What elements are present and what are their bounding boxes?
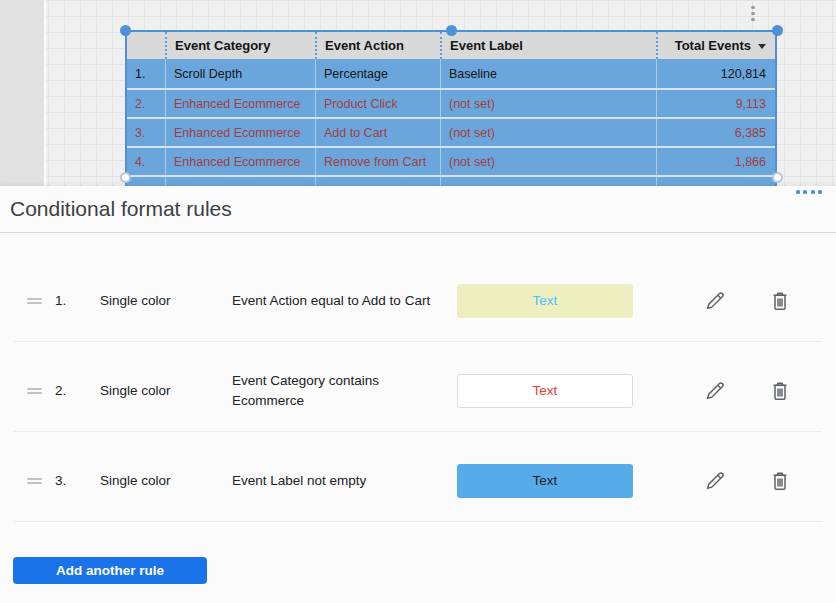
cell-event-label: (not set) <box>440 148 656 175</box>
cell-total-events: 120,814 <box>656 59 775 88</box>
pencil-icon <box>703 469 727 493</box>
swatch-label: Text <box>533 293 558 308</box>
canvas-left-margin <box>0 0 46 186</box>
row-number: 4. <box>127 148 165 175</box>
chart-menu-icon[interactable] <box>749 3 757 24</box>
cell-total-events: 1,866 <box>656 148 775 175</box>
cell-event-category: Enhanced Ecommerce <box>165 90 315 117</box>
table-header-row: Event Category Event Action Event Label … <box>127 32 775 59</box>
table-row: 4. Enhanced Ecommerce Remove from Cart (… <box>127 146 775 175</box>
drag-handle-icon[interactable] <box>27 296 43 306</box>
rule-format-swatch: Text <box>457 374 633 408</box>
cell-event-label: (not set) <box>440 119 656 146</box>
header-event-label[interactable]: Event Label <box>440 32 656 59</box>
sort-desc-icon <box>758 44 766 49</box>
rule-condition: Event Category contains Ecommerce <box>232 371 457 410</box>
rule-type: Single color <box>100 383 212 398</box>
cell-event-label: Baseline <box>440 59 656 88</box>
cell-event-category: Scroll Depth <box>165 59 315 88</box>
selection-handle-top-left[interactable] <box>120 25 131 36</box>
header-total-events-label: Total Events <box>675 38 751 53</box>
delete-rule-button[interactable] <box>768 379 792 403</box>
panel-title: Conditional format rules <box>0 186 836 233</box>
rule-type: Single color <box>100 293 212 308</box>
panel-drag-handle-icon[interactable] <box>796 190 823 194</box>
add-rule-button[interactable]: Add another rule <box>13 557 207 584</box>
cell-event-label: (not set) <box>440 90 656 117</box>
row-number: 3. <box>127 119 165 146</box>
cell-event-action: Remove from Cart <box>315 148 440 175</box>
pencil-icon <box>703 379 727 403</box>
trash-icon <box>768 469 792 493</box>
cell-event-action: Add to Cart <box>315 119 440 146</box>
row-number: 2. <box>127 90 165 117</box>
selection-handle-top-right[interactable] <box>772 25 783 36</box>
events-table-chart[interactable]: Event Category Event Action Event Label … <box>125 30 777 206</box>
pencil-icon <box>703 289 727 313</box>
rule-row: 2. Single color Event Category contains … <box>14 342 822 432</box>
drag-handle-icon[interactable] <box>27 476 43 486</box>
rule-condition: Event Label not empty <box>232 471 457 491</box>
rule-row: 3. Single color Event Label not empty Te… <box>14 432 822 522</box>
selection-handle-mid-left[interactable] <box>120 172 131 183</box>
rule-index: 1. <box>55 293 79 308</box>
header-total-events[interactable]: Total Events <box>656 32 775 59</box>
row-number: 1. <box>127 59 165 88</box>
swatch-label: Text <box>533 473 558 488</box>
header-event-action[interactable]: Event Action <box>315 32 440 59</box>
rule-condition: Event Action equal to Add to Cart <box>232 291 457 311</box>
rule-format-swatch: Text <box>457 284 633 318</box>
drag-handle-icon[interactable] <box>27 386 43 396</box>
trash-icon <box>768 289 792 313</box>
selection-handle-top-center[interactable] <box>446 25 457 36</box>
cell-total-events: 6,385 <box>656 119 775 146</box>
edit-rule-button[interactable] <box>703 379 727 403</box>
selection-handle-mid-right[interactable] <box>772 172 783 183</box>
swatch-label: Text <box>533 383 558 398</box>
edit-rule-button[interactable] <box>703 289 727 313</box>
cell-event-action: Product Click <box>315 90 440 117</box>
rule-index: 3. <box>55 473 79 488</box>
table-row: 3. Enhanced Ecommerce Add to Cart (not s… <box>127 117 775 146</box>
conditional-format-panel: Conditional format rules 1. Single color… <box>0 186 836 603</box>
rules-list: 1. Single color Event Action equal to Ad… <box>0 233 836 522</box>
cell-total-events: 9,113 <box>656 90 775 117</box>
table-row: 2. Enhanced Ecommerce Product Click (not… <box>127 88 775 117</box>
table-row: 1. Scroll Depth Percentage Baseline 120,… <box>127 59 775 88</box>
rule-row: 1. Single color Event Action equal to Ad… <box>14 252 822 342</box>
trash-icon <box>768 379 792 403</box>
delete-rule-button[interactable] <box>768 289 792 313</box>
delete-rule-button[interactable] <box>768 469 792 493</box>
report-canvas: Event Category Event Action Event Label … <box>0 0 836 186</box>
rule-index: 2. <box>55 383 79 398</box>
row-number-header <box>127 32 165 59</box>
rule-format-swatch: Text <box>457 464 633 498</box>
edit-rule-button[interactable] <box>703 469 727 493</box>
cell-event-category: Enhanced Ecommerce <box>165 119 315 146</box>
rule-type: Single color <box>100 473 212 488</box>
header-event-category[interactable]: Event Category <box>165 32 315 59</box>
cell-event-action: Percentage <box>315 59 440 88</box>
cell-event-category: Enhanced Ecommerce <box>165 148 315 175</box>
